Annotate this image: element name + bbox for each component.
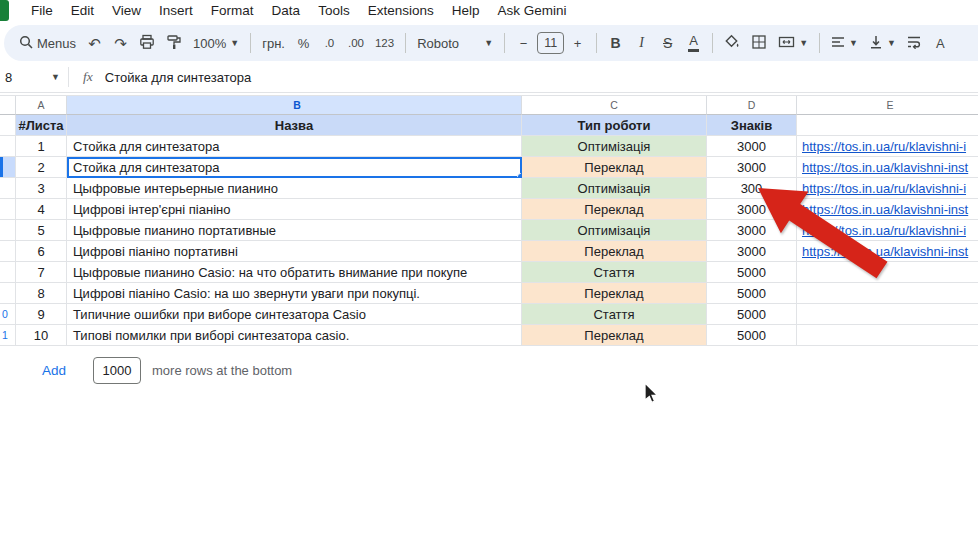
column-header-a[interactable]: A xyxy=(16,96,67,115)
cell-link[interactable] xyxy=(797,262,978,283)
cell-type[interactable]: Оптимізація xyxy=(522,136,707,157)
cell-listnum[interactable]: 4 xyxy=(16,199,67,220)
print-button[interactable] xyxy=(134,29,160,57)
cell-listnum[interactable]: 8 xyxy=(16,283,67,304)
row-strip-cell[interactable] xyxy=(0,178,16,199)
cell-link[interactable] xyxy=(797,325,978,346)
header-name[interactable]: Назва xyxy=(67,115,522,136)
cell-chars[interactable]: 3000 xyxy=(707,220,797,241)
cell-link[interactable]: https://tos.in.ua/klavishni-inst xyxy=(797,241,978,262)
undo-button[interactable]: ↶ xyxy=(82,29,107,57)
text-rotation-button[interactable]: A xyxy=(928,29,953,57)
merge-cells-button[interactable]: ▼ xyxy=(773,29,813,57)
row-strip-cell[interactable] xyxy=(0,220,16,241)
link-text[interactable]: https://tos.in.ua/ru/klavishni-i xyxy=(802,139,966,154)
row-strip-cell[interactable] xyxy=(0,136,16,157)
link-text[interactable]: https://tos.in.ua/ru/klavishni-i xyxy=(802,223,966,238)
cell-listnum[interactable]: 10 xyxy=(16,325,67,346)
decrease-decimal-button[interactable]: .0 xyxy=(317,29,342,57)
header-listnum[interactable]: #Листа xyxy=(16,115,67,136)
fill-color-button[interactable] xyxy=(719,29,745,57)
fill-handle[interactable] xyxy=(517,173,522,178)
cell-listnum[interactable]: 2 xyxy=(16,157,67,178)
cell-name[interactable]: Цифрові інтер'єрні піаніно xyxy=(67,199,522,220)
corner-cell[interactable] xyxy=(0,96,16,115)
header-chars[interactable]: Знаків xyxy=(707,115,797,136)
column-header-c[interactable]: C xyxy=(522,96,707,115)
cell-link[interactable]: https://tos.in.ua/ru/klavishni-i xyxy=(797,178,978,199)
borders-button[interactable] xyxy=(746,29,772,57)
cell-chars[interactable]: 300 xyxy=(707,178,797,199)
horizontal-align-button[interactable]: ▼ xyxy=(826,29,863,57)
cell-listnum[interactable]: 1 xyxy=(16,136,67,157)
cell-link[interactable] xyxy=(797,283,978,304)
menu-help[interactable]: Help xyxy=(443,2,489,19)
italic-button[interactable]: I xyxy=(629,29,654,57)
add-rows-button[interactable]: Add xyxy=(42,363,66,378)
cell-listnum[interactable]: 5 xyxy=(16,220,67,241)
cell-link[interactable]: https://tos.in.ua/klavishni-inst xyxy=(797,157,978,178)
menu-data[interactable]: Data xyxy=(263,2,310,19)
cell-link[interactable]: https://tos.in.ua/ru/klavishni-i xyxy=(797,220,978,241)
row-strip-cell[interactable] xyxy=(0,157,16,178)
cell-type[interactable]: Стаття xyxy=(522,304,707,325)
cell-name[interactable]: Цыфровые интерьерные пианино xyxy=(67,178,522,199)
text-color-button[interactable]: A xyxy=(681,29,706,57)
cell-chars[interactable]: 3000 xyxy=(707,241,797,262)
header-link-empty[interactable] xyxy=(797,115,978,136)
cell-type[interactable]: Оптимізація xyxy=(522,220,707,241)
redo-button[interactable]: ↷ xyxy=(108,29,133,57)
cell-name[interactable]: Цифрові піаніно портативні xyxy=(67,241,522,262)
cell-link[interactable] xyxy=(797,304,978,325)
cell-type[interactable]: Стаття xyxy=(522,262,707,283)
font-size-input[interactable]: 11 xyxy=(537,32,564,54)
increase-font-size-button[interactable]: + xyxy=(565,29,590,57)
cell-listnum[interactable]: 9 xyxy=(16,304,67,325)
row-strip-cell[interactable]: 1 xyxy=(0,325,16,346)
link-text[interactable]: https://tos.in.ua/klavishni-inst xyxy=(802,160,968,175)
row-strip-cell[interactable] xyxy=(0,199,16,220)
cell-name[interactable]: Цифрові піаніно Casio: на шо звернути ув… xyxy=(67,283,522,304)
row-strip-cell[interactable] xyxy=(0,283,16,304)
cell-chars[interactable]: 5000 xyxy=(707,283,797,304)
cell-chars[interactable]: 5000 xyxy=(707,304,797,325)
cell-chars[interactable]: 5000 xyxy=(707,262,797,283)
paint-format-button[interactable] xyxy=(161,29,187,57)
cell-name[interactable]: Стойка для синтезатора xyxy=(67,136,522,157)
cell-type[interactable]: Оптимізація xyxy=(522,178,707,199)
column-header-b[interactable]: B xyxy=(67,96,522,115)
vertical-align-button[interactable]: ▼ xyxy=(864,29,901,57)
cell-type[interactable]: Переклад xyxy=(522,325,707,346)
menu-insert[interactable]: Insert xyxy=(150,2,202,19)
formula-input[interactable]: Стойка для синтезатора xyxy=(105,70,251,85)
cell-type[interactable]: Переклад xyxy=(522,199,707,220)
cell-listnum[interactable]: 3 xyxy=(16,178,67,199)
menu-file[interactable]: File xyxy=(22,2,62,19)
cell-name[interactable]: Типові помилки при виборі синтезатора ca… xyxy=(67,325,522,346)
menu-extensions[interactable]: Extensions xyxy=(359,2,443,19)
increase-decimal-button[interactable]: .00 xyxy=(343,29,369,57)
font-select[interactable]: Roboto▼ xyxy=(412,29,498,57)
row-strip-cell[interactable] xyxy=(0,115,16,136)
currency-format-button[interactable]: грн. xyxy=(257,29,290,57)
decrease-font-size-button[interactable]: − xyxy=(511,29,536,57)
menu-tools[interactable]: Tools xyxy=(309,2,359,19)
column-header-e[interactable]: E xyxy=(797,96,978,115)
cell-chars[interactable]: 3000 xyxy=(707,157,797,178)
zoom-select[interactable]: 100%▼ xyxy=(188,29,244,57)
row-strip-cell[interactable]: 0 xyxy=(0,304,16,325)
bold-button[interactable]: B xyxy=(603,29,628,57)
menu-format[interactable]: Format xyxy=(202,2,263,19)
cell-chars[interactable]: 3000 xyxy=(707,136,797,157)
name-box[interactable]: 8 ▼ xyxy=(0,62,68,92)
strikethrough-button[interactable]: S xyxy=(655,29,680,57)
link-text[interactable]: https://tos.in.ua/ru/klavishni-i xyxy=(802,181,966,196)
cell-name[interactable]: Типичние ошибки при виборе синтезатора C… xyxy=(67,304,522,325)
cell-link[interactable]: https://tos.in.ua/klavishni-inst xyxy=(797,199,978,220)
column-header-d[interactable]: D xyxy=(707,96,797,115)
menus-search-button[interactable]: Menus xyxy=(14,29,81,57)
link-text[interactable]: https://tos.in.ua/klavishni-inst xyxy=(802,202,968,217)
cell-listnum[interactable]: 7 xyxy=(16,262,67,283)
menu-edit[interactable]: Edit xyxy=(62,2,103,19)
cell-chars[interactable]: 5000 xyxy=(707,325,797,346)
